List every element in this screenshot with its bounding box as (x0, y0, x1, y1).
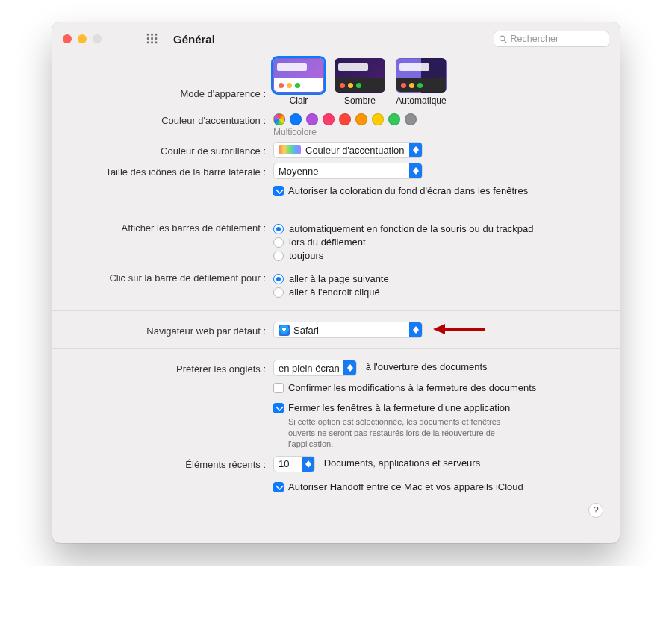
accent-gray[interactable] (405, 113, 417, 125)
scrollbars-label: Afficher les barres de défilement : (66, 221, 273, 234)
accent-orange[interactable] (355, 113, 367, 125)
zoom-window-button[interactable] (93, 34, 102, 43)
allow-wallpaper-tint-label: Autoriser la coloration du fond d'écran … (288, 185, 528, 196)
recent-items-select[interactable]: 10 (273, 456, 315, 472)
highlight-color-select[interactable]: Couleur d'accentuation (273, 142, 423, 158)
radio-icon (273, 251, 284, 261)
svg-rect-1 (151, 34, 153, 36)
system-preferences-general-window: Général Mode d'apparence : Clair Sombre (52, 22, 620, 543)
stepper-icon (343, 360, 356, 375)
close-windows-help: Si cette option est sélectionnée, les do… (288, 416, 527, 450)
stepper-icon (409, 143, 422, 157)
scroll-when-scrolling-label: lors du défilement (289, 237, 366, 248)
search-input[interactable] (511, 34, 604, 44)
window-title: Général (173, 33, 215, 46)
radio-icon (273, 224, 284, 234)
minimize-window-button[interactable] (78, 34, 87, 43)
checkbox-icon (273, 482, 284, 492)
accent-color-label: Couleur d'accentuation : (66, 113, 273, 126)
confirm-close-label: Confirmer les modifications à la fermetu… (288, 382, 536, 393)
show-all-prefs-button[interactable] (146, 33, 158, 45)
stepper-icon (302, 457, 314, 472)
accent-color-sublabel: Multicolore (273, 127, 606, 137)
help-button[interactable]: ? (588, 503, 603, 518)
scroll-click-label: Clic sur la barre de défilement pour : (66, 271, 273, 284)
default-browser-select[interactable]: Safari (273, 322, 423, 338)
accent-green[interactable] (388, 113, 400, 125)
scroll-click-next-radio[interactable]: aller à la page suivante (273, 273, 606, 284)
checkbox-icon (273, 383, 284, 393)
highlight-color-label: Couleur de surbrillance : (66, 144, 273, 157)
appearance-dark[interactable]: Sombre (335, 58, 385, 106)
checkbox-icon (273, 403, 284, 413)
svg-rect-7 (151, 42, 153, 44)
accent-red[interactable] (339, 113, 351, 125)
appearance-label: Mode d'apparence : (66, 58, 273, 99)
appearance-auto-label: Automatique (396, 96, 446, 106)
scroll-auto-label: automatiquement en fonction de la souris… (289, 223, 533, 234)
radio-icon (273, 274, 284, 284)
prefer-tabs-select[interactable]: en plein écran (273, 360, 357, 376)
accent-blue[interactable] (290, 113, 302, 125)
svg-rect-0 (147, 34, 149, 36)
traffic-lights (63, 34, 102, 43)
scroll-auto-radio[interactable]: automatiquement en fonction de la souris… (273, 223, 606, 234)
recent-items-value: 10 (279, 458, 289, 469)
appearance-dark-label: Sombre (344, 96, 376, 106)
highlight-color-value: Couleur d'accentuation (305, 145, 405, 156)
accent-purple[interactable] (306, 113, 318, 125)
svg-marker-12 (433, 324, 445, 334)
default-browser-label: Navigateur web par défaut : (66, 324, 273, 337)
accent-color-swatches (273, 113, 606, 125)
confirm-close-checkbox[interactable]: Confirmer les modifications à la fermetu… (273, 382, 606, 393)
prefer-tabs-value: en plein écran (279, 363, 340, 374)
accent-multicolor[interactable] (273, 113, 285, 125)
scroll-always-radio[interactable]: toujours (273, 250, 606, 261)
annotation-arrow (433, 322, 487, 338)
allow-wallpaper-tint-checkbox[interactable]: Autoriser la coloration du fond d'écran … (273, 185, 606, 196)
accent-pink[interactable] (323, 113, 335, 125)
recent-items-label: Éléments récents : (66, 457, 273, 470)
scroll-always-label: toujours (289, 250, 323, 261)
default-browser-value: Safari (293, 325, 319, 336)
close-windows-checkbox[interactable]: Fermer les fenêtres à la fermeture d'une… (273, 402, 606, 413)
stepper-icon (409, 322, 422, 337)
checkbox-icon (273, 186, 284, 196)
stepper-icon (409, 163, 422, 178)
scroll-click-next-label: aller à la page suivante (289, 273, 389, 284)
sidebar-size-value: Moyenne (279, 166, 318, 177)
svg-rect-8 (155, 42, 158, 44)
appearance-light[interactable]: Clair (273, 58, 324, 106)
scroll-click-pos-label: aller à l'endroit cliqué (289, 287, 380, 298)
prefer-tabs-label: Préférer les onglets : (66, 362, 273, 375)
svg-rect-2 (155, 34, 158, 36)
appearance-auto[interactable]: Automatique (396, 58, 447, 106)
recent-items-suffix: Documents, applications et serveurs (324, 457, 481, 469)
handoff-checkbox[interactable]: Autoriser Handoff entre ce Mac et vos ap… (273, 481, 606, 492)
sidebar-size-select[interactable]: Moyenne (273, 163, 423, 179)
titlebar: Général (52, 22, 620, 55)
handoff-label: Autoriser Handoff entre ce Mac et vos ap… (288, 481, 523, 492)
svg-line-10 (504, 40, 506, 43)
prefer-tabs-suffix: à l'ouverture des documents (366, 361, 488, 372)
scroll-when-scrolling-radio[interactable]: lors du défilement (273, 237, 606, 248)
safari-icon (279, 325, 290, 336)
scroll-click-pos-radio[interactable]: aller à l'endroit cliqué (273, 287, 606, 298)
svg-rect-4 (151, 37, 153, 40)
search-icon (499, 34, 508, 44)
search-field[interactable] (494, 31, 609, 47)
radio-icon (273, 237, 284, 248)
svg-rect-3 (147, 37, 149, 40)
content-area: Mode d'apparence : Clair Sombre Automati… (52, 55, 620, 525)
close-windows-label: Fermer les fenêtres à la fermeture d'une… (288, 402, 510, 413)
appearance-light-label: Clair (290, 96, 308, 106)
svg-rect-6 (147, 42, 149, 44)
svg-rect-5 (155, 37, 158, 40)
sidebar-size-label: Taille des icônes de la barre latérale : (66, 165, 273, 178)
radio-icon (273, 287, 284, 298)
close-window-button[interactable] (63, 34, 72, 43)
accent-yellow[interactable] (372, 113, 384, 125)
